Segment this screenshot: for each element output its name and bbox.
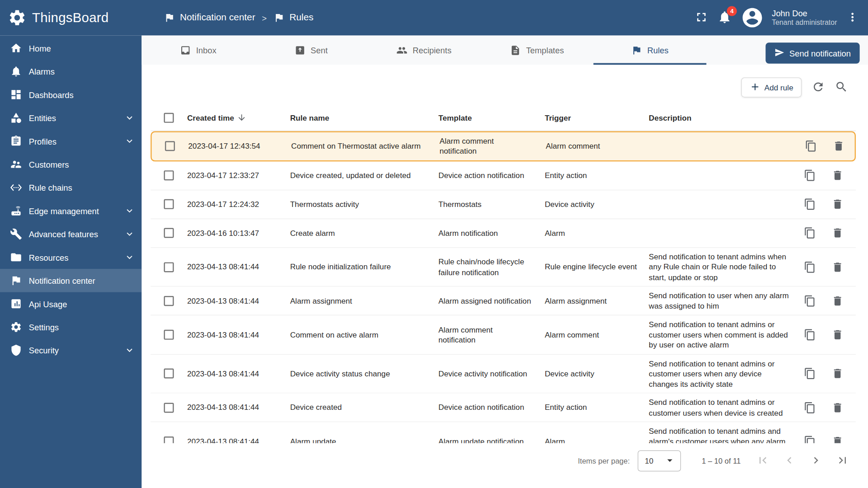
- cell-description: [649, 201, 802, 208]
- first-page-button[interactable]: [756, 453, 769, 468]
- tab-templates[interactable]: Templates: [481, 35, 594, 65]
- sidebar-item-rule-chains[interactable]: Rule chains: [0, 176, 142, 199]
- copy-rule-button[interactable]: [805, 140, 817, 152]
- send-notification-button[interactable]: Send notification: [765, 42, 859, 64]
- copy-rule-button[interactable]: [804, 261, 816, 273]
- table-row[interactable]: 2023-04-17 12:33:27Device created, updat…: [151, 161, 856, 190]
- recipients-icon: [396, 45, 407, 56]
- copy-rule-button[interactable]: [804, 169, 816, 182]
- table-row[interactable]: 2023-04-13 08:41:44Rule node initializat…: [151, 248, 856, 286]
- sidebar-item-alarms[interactable]: Alarms: [0, 60, 142, 83]
- breadcrumb-notification-center[interactable]: Notification center: [164, 12, 255, 23]
- previous-page-button[interactable]: [783, 453, 796, 468]
- row-checkbox[interactable]: [165, 141, 175, 151]
- sidebar-item-entities[interactable]: Entities: [0, 106, 142, 129]
- page-size-select[interactable]: 10: [637, 450, 681, 472]
- delete-rule-button[interactable]: [831, 261, 844, 273]
- cell-template: Thermostats: [439, 195, 545, 213]
- add-rule-button[interactable]: Add rule: [741, 77, 802, 97]
- tab-rules[interactable]: Rules: [594, 35, 707, 65]
- delete-rule-button[interactable]: [831, 368, 844, 380]
- cell-template: Alarm notification: [439, 224, 545, 242]
- next-page-button[interactable]: [809, 453, 822, 468]
- tab-inbox[interactable]: Inbox: [142, 35, 255, 65]
- delete-rule-button[interactable]: [833, 140, 845, 152]
- sidebar-item-edge-management[interactable]: Edge management: [0, 199, 142, 222]
- sidebar-item-label: Resources: [29, 253, 69, 262]
- search-button[interactable]: [835, 80, 848, 95]
- tab-label: Sent: [311, 45, 328, 55]
- sidebar-item-dashboards[interactable]: Dashboards: [0, 83, 142, 106]
- cell-description: Send notification to tenant admins or cu…: [649, 315, 802, 354]
- row-checkbox[interactable]: [164, 330, 174, 340]
- cell-description: Send notification to tenant admins or cu…: [649, 355, 802, 393]
- delete-rule-button[interactable]: [831, 328, 844, 341]
- delete-rule-button[interactable]: [831, 295, 844, 307]
- delete-rule-button[interactable]: [831, 402, 844, 414]
- delete-rule-button[interactable]: [831, 436, 844, 443]
- row-checkbox[interactable]: [164, 262, 174, 272]
- copy-rule-button[interactable]: [804, 402, 816, 414]
- rule-chains-icon: [10, 182, 22, 194]
- sidebar-item-settings[interactable]: Settings: [0, 315, 142, 338]
- table-row[interactable]: 2023-04-13 08:41:44Alarm assignmentAlarm…: [151, 287, 856, 316]
- row-checkbox[interactable]: [164, 369, 174, 379]
- last-page-button[interactable]: [836, 453, 849, 468]
- breadcrumb-label: Notification center: [180, 12, 255, 23]
- templates-icon: [510, 45, 521, 56]
- cell-description: Send notification to tenant admins and a…: [649, 422, 802, 443]
- table-row[interactable]: 2023-04-13 08:41:44Device activity statu…: [151, 355, 856, 394]
- column-trigger[interactable]: Trigger: [545, 113, 649, 122]
- copy-rule-button[interactable]: [804, 227, 816, 239]
- copy-rule-button[interactable]: [804, 295, 816, 307]
- sidebar-item-profiles[interactable]: Profiles: [0, 130, 142, 153]
- row-checkbox-cell: [151, 326, 187, 343]
- column-created-time[interactable]: Created time: [187, 113, 290, 122]
- column-template[interactable]: Template: [439, 113, 545, 122]
- sidebar-item-advanced-features[interactable]: Advanced features: [0, 222, 142, 245]
- tab-sent[interactable]: Sent: [255, 35, 368, 65]
- user-role: Tenant administrator: [772, 19, 837, 28]
- copy-rule-button[interactable]: [804, 198, 816, 211]
- sidebar-item-security[interactable]: Security: [0, 338, 142, 361]
- cell-template: Alarm assigned notification: [439, 292, 545, 310]
- sidebar-item-home[interactable]: Home: [0, 37, 142, 60]
- refresh-button[interactable]: [811, 80, 825, 95]
- sidebar-item-customers[interactable]: Customers: [0, 153, 142, 176]
- row-checkbox[interactable]: [164, 296, 174, 306]
- copy-rule-button[interactable]: [804, 436, 816, 443]
- app-logo[interactable]: ThingsBoard: [0, 8, 142, 27]
- row-checkbox[interactable]: [164, 403, 174, 413]
- sidebar-item-notification-center[interactable]: Notification center: [0, 269, 142, 292]
- select-all-checkbox[interactable]: [164, 113, 174, 122]
- copy-rule-button[interactable]: [804, 328, 816, 341]
- sidebar-nav: HomeAlarmsDashboardsEntitiesProfilesCust…: [0, 37, 142, 362]
- row-checkbox[interactable]: [164, 171, 174, 181]
- dropdown-arrow-icon: [664, 454, 676, 468]
- sidebar-item-resources[interactable]: Resources: [0, 246, 142, 269]
- fullscreen-button[interactable]: [694, 9, 709, 26]
- copy-rule-button[interactable]: [804, 368, 816, 380]
- table-row[interactable]: 2023-04-13 08:41:44Comment on active ala…: [151, 315, 856, 354]
- avatar[interactable]: [741, 6, 764, 29]
- column-rule-name[interactable]: Rule name: [290, 113, 439, 122]
- column-description[interactable]: Description: [649, 113, 802, 122]
- sidebar-item-api-usage[interactable]: Api Usage: [0, 292, 142, 315]
- notifications-button[interactable]: 4: [717, 9, 732, 26]
- tab-recipients[interactable]: Recipients: [368, 35, 481, 65]
- table-row[interactable]: 2023-04-16 10:13:47Create alarmAlarm not…: [151, 219, 856, 248]
- row-checkbox[interactable]: [164, 199, 174, 209]
- more-menu-button[interactable]: [846, 10, 859, 25]
- table-row[interactable]: 2023-04-17 12:24:32Thermostats activityT…: [151, 190, 856, 219]
- chevron-down-icon: [124, 136, 135, 146]
- delete-rule-button[interactable]: [831, 169, 844, 182]
- table-row[interactable]: 2023-04-17 12:43:54Comment on Thermostat…: [151, 131, 856, 161]
- delete-rule-button[interactable]: [831, 227, 844, 239]
- breadcrumb-rules[interactable]: Rules: [274, 12, 314, 23]
- delete-rule-button[interactable]: [831, 198, 844, 211]
- row-checkbox[interactable]: [164, 228, 174, 238]
- row-checkbox[interactable]: [164, 436, 174, 443]
- table-row[interactable]: 2023-04-13 08:41:44Device createdDevice …: [151, 394, 856, 422]
- table-row[interactable]: 2023-04-13 08:41:44Alarm updateAlarm upd…: [151, 422, 856, 443]
- cell-template: Device action notification: [439, 167, 545, 185]
